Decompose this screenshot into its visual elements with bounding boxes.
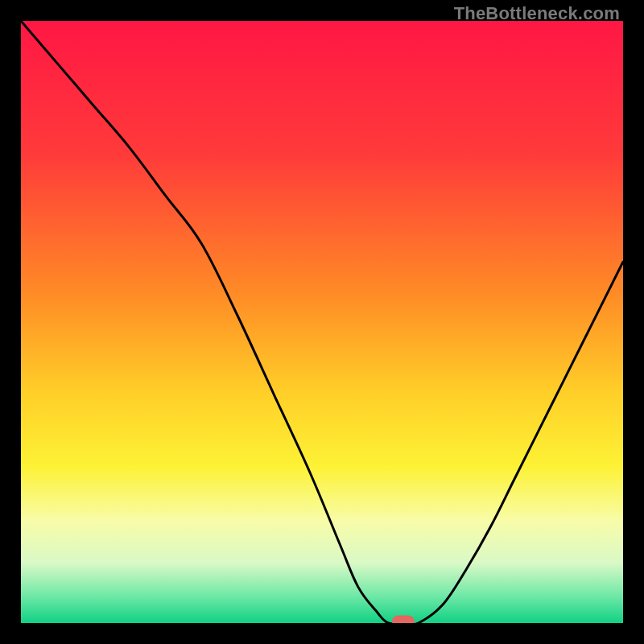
plot-area (21, 21, 623, 623)
optimal-marker (392, 616, 415, 624)
chart-frame: TheBottleneck.com (0, 0, 644, 644)
plot-svg (21, 21, 623, 623)
gradient-background (21, 21, 623, 623)
